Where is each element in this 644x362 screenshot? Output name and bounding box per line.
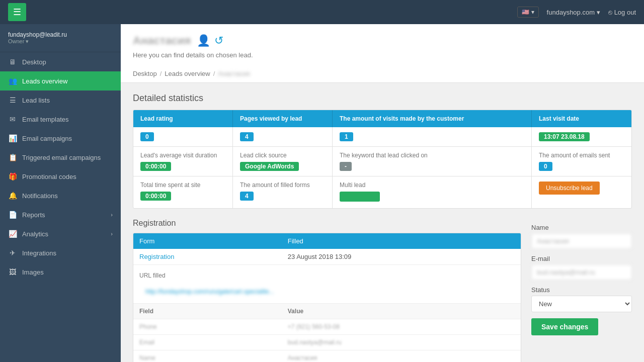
sidebar-item-images[interactable]: 🖼 Images (0, 262, 121, 282)
user-email: fundayshop@leadit.ru (8, 31, 113, 38)
sidebar-item-lead-lists[interactable]: ☰ Lead lists (0, 90, 121, 110)
breadcrumb-sep1: / (160, 70, 162, 77)
analytics-arrow: › (111, 231, 113, 237)
stat-total-time: Total time spent at site 0:00:00 (133, 176, 233, 208)
header-amount-visits: The amount of visits made by the custome… (333, 110, 532, 127)
page-subtitle: Here you can find details on chosen lead… (133, 51, 632, 59)
click-source-badge: Google AdWords (240, 162, 299, 171)
label-click-source: Lead click source Google AdWords (233, 147, 333, 176)
stat-last-visit: 13:07 23.08.18 (532, 127, 631, 146)
reports-icon: 📄 (8, 211, 17, 219)
value-name: Анастасия (282, 350, 521, 363)
status-label: Status (531, 286, 632, 294)
stats-grid: Lead rating Pages viewed by lead The amo… (133, 110, 632, 209)
sidebar-label-notifications: Notifications (22, 192, 58, 200)
language-selector[interactable]: 🇺🇸 ▾ (517, 7, 538, 18)
filled-forms-badge: 4 (240, 192, 254, 201)
reg-left: Registration Form Filled Registration (133, 219, 521, 362)
logout-button[interactable]: ⎋ Log out (608, 9, 636, 16)
value-phone: +7 (921) 560-53-08 (282, 319, 521, 335)
stat-rating: 0 (133, 127, 233, 146)
desktop-icon: 🖥 (8, 58, 17, 66)
last-visit-badge: 13:07 23.08.18 (539, 132, 590, 141)
stat-visits: 1 (333, 127, 532, 146)
sidebar-item-analytics[interactable]: 📈 Analytics › (0, 224, 121, 243)
value-email: bud.nastya@mail.ru (282, 335, 521, 350)
reports-arrow: › (111, 212, 113, 218)
sidebar-label-promotional-codes: Promotional codes (22, 173, 76, 180)
stat-unsubscribe: Unsubscribe lead (532, 176, 631, 208)
table-row: Email bud.nastya@mail.ru (133, 335, 521, 350)
rating-badge: 0 (140, 132, 154, 141)
status-form-group: Status New In progress Closed (531, 286, 632, 312)
topbar: ☰ 🇺🇸 ▾ fundayshop.com ▾ ⎋ Log out (0, 0, 644, 24)
integrations-icon: ✈ (8, 249, 17, 257)
reg-form-link[interactable]: Registration (139, 253, 174, 260)
multi-lead-label: Multi lead (340, 182, 524, 189)
sidebar-item-reports[interactable]: 📄 Reports › (0, 205, 121, 224)
domain-selector[interactable]: fundayshop.com ▾ (547, 9, 600, 16)
status-select[interactable]: New In progress Closed (531, 296, 632, 312)
sidebar-label-reports: Reports (22, 211, 45, 219)
unsubscribe-button[interactable]: Unsubscribe lead (539, 182, 600, 195)
topbar-left: ☰ (8, 3, 26, 21)
sidebar-item-email-templates[interactable]: ✉ Email templates (0, 110, 121, 129)
stats-header-row: Lead rating Pages viewed by lead The amo… (133, 110, 631, 127)
reg-title: Registration (133, 219, 521, 228)
breadcrumb-desktop[interactable]: Desktop (133, 70, 157, 77)
email-form-group: E-mail (531, 255, 632, 280)
page-header: Анастасия 👤 ↺ Here you can find details … (121, 24, 644, 83)
name-form-group: Name (531, 224, 632, 249)
save-changes-button[interactable]: Save changes (531, 318, 598, 335)
sidebar-item-leads-overview[interactable]: 👥 Leads overview (0, 71, 121, 90)
sidebar-nav: 🖥 Desktop 👥 Leads overview ☰ Lead lists … (0, 52, 121, 362)
sidebar-label-triggered-email: Triggered email campaigns (22, 154, 101, 161)
sidebar-label-leads-overview: Leads overview (22, 77, 67, 85)
table-row: Phone +7 (921) 560-53-08 (133, 319, 521, 335)
stat-multi-lead: Multi lead (333, 176, 532, 208)
visits-badge: 1 (340, 132, 353, 141)
total-time-label: Total time spent at site (140, 182, 225, 189)
email-input[interactable] (531, 264, 632, 280)
leads-overview-icon: 👥 (8, 77, 17, 85)
sidebar-user: fundayshop@leadit.ru Owner ▾ (0, 24, 121, 52)
images-icon: 🖼 (8, 268, 17, 276)
sidebar-item-triggered-email[interactable]: 📋 Triggered email campaigns (0, 148, 121, 167)
sidebar-item-desktop[interactable]: 🖥 Desktop (0, 52, 121, 71)
label-keyword: The keyword that lead clicked on - (333, 147, 532, 176)
analytics-icon: 📈 (8, 230, 17, 238)
stats-row-1: 0 4 1 13:07 23.08.18 (133, 127, 631, 147)
hamburger-button[interactable]: ☰ (8, 3, 26, 21)
field-col-header: Field (133, 304, 282, 319)
notifications-icon: 🔔 (8, 192, 17, 200)
sidebar-item-email-campaigns[interactable]: 📊 Email campaigns (0, 129, 121, 148)
email-templates-icon: ✉ (8, 115, 17, 123)
sidebar-item-promotional-codes[interactable]: 🎁 Promotional codes (0, 167, 121, 186)
sidebar-item-integrations[interactable]: ✈ Integrations (0, 243, 121, 262)
click-source-label: Lead click source (240, 152, 325, 159)
reg-table: Form Filled Registration 23 August 2018 … (133, 233, 521, 362)
sidebar-label-lead-lists: Lead lists (22, 97, 50, 104)
field-email: Email (133, 335, 282, 350)
sidebar-item-notifications[interactable]: 🔔 Notifications (0, 186, 121, 205)
person-icon: 👤 (197, 34, 210, 47)
name-input[interactable] (531, 233, 632, 249)
emails-sent-badge: 0 (539, 162, 552, 171)
fields-header-row: Field Value (133, 304, 521, 319)
right-panel: Name E-mail Status New In progress Close… (531, 219, 632, 340)
lead-lists-icon: ☰ (8, 96, 17, 104)
sidebar-label-integrations: Integrations (22, 249, 56, 257)
page-title: Анастасия (133, 34, 191, 47)
multi-lead-badge (340, 192, 380, 202)
sidebar-label-analytics: Analytics (22, 230, 48, 238)
url-filled-value: http://fundayshop.com/ru/u/gate/cart.spe… (139, 284, 515, 299)
user-role[interactable]: Owner ▾ (8, 38, 113, 45)
header-pages-viewed: Pages viewed by lead (233, 110, 333, 127)
logout-icon: ⎋ (608, 9, 612, 16)
breadcrumb-leads-overview[interactable]: Leads overview (165, 70, 210, 77)
header-last-visit: Last visit date (532, 110, 631, 127)
refresh-icon[interactable]: ↺ (214, 34, 223, 47)
avg-duration-badge: 0:00:00 (140, 162, 171, 171)
promotional-codes-icon: 🎁 (8, 172, 17, 180)
registration-section: Registration Form Filled Registration (121, 219, 644, 362)
